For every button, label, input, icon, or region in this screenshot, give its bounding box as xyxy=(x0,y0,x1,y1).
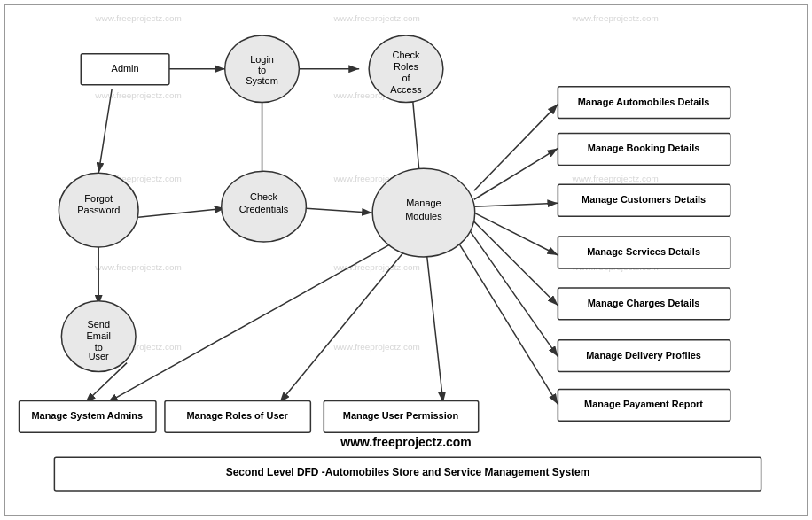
manage-modules-label-2: Modules xyxy=(405,211,442,221)
check-roles-label-3: of xyxy=(402,73,410,83)
arrow-checkcred-manage xyxy=(306,208,372,213)
watermark-1: www.freeprojectz.com xyxy=(94,13,181,23)
forgot-label-1: Forgot xyxy=(84,193,113,204)
arrow-mm-automobiles xyxy=(474,105,558,191)
arrow-mm-customers xyxy=(474,203,558,206)
watermark-4: www.freeprojectz.com xyxy=(94,90,181,100)
watermark-2: www.freeprojectz.com xyxy=(332,13,419,23)
arrow-mm-payment xyxy=(457,239,558,404)
check-roles-label-1: Check xyxy=(392,50,420,60)
manage-sys-admins-label: Manage System Admins xyxy=(31,410,143,421)
manage-payment-label: Manage Payament Report xyxy=(584,399,703,409)
watermark-9: www.freeprojectz.com xyxy=(571,174,658,183)
check-roles-label-4: Access xyxy=(390,84,422,95)
manage-user-perm-label: Manage User Permission xyxy=(343,410,459,421)
manage-charges-label: Manage Charges Details xyxy=(588,298,700,308)
check-roles-label-2: Roles xyxy=(394,61,419,72)
login-label-1: Login xyxy=(250,54,274,65)
send-email-label-2: Email xyxy=(87,330,111,341)
manage-roles-label: Manage Roles of User xyxy=(186,410,288,421)
manage-modules-label-1: Manage xyxy=(406,198,441,208)
send-email-label-4: User xyxy=(89,351,109,361)
login-label-3: System xyxy=(246,75,278,86)
manage-booking-label: Manage Booking Details xyxy=(588,143,700,153)
arrow-mm-userperm xyxy=(426,242,443,402)
manage-customers-label: Manage Customers Details xyxy=(582,194,706,205)
arrow-mm-booking xyxy=(474,148,558,199)
website-url: www.freeprojectz.com xyxy=(340,435,471,449)
manage-services-label: Manage Services Details xyxy=(587,246,700,257)
watermark-14: www.freeprojectz.com xyxy=(332,342,419,352)
check-cred-label-1: Check xyxy=(250,191,278,202)
admin-label: Admin xyxy=(112,63,139,74)
arrow-mm-delivery xyxy=(470,230,558,357)
watermark-10: www.freeprojectz.com xyxy=(94,262,181,272)
manage-automobiles-label: Manage Automobiles Details xyxy=(578,97,710,107)
watermark-3: www.freeprojectz.com xyxy=(571,13,658,23)
manage-delivery-label: Manage Delivery Profiles xyxy=(586,350,701,361)
send-email-label-1: Send xyxy=(87,319,110,330)
login-label-2: to xyxy=(258,65,266,75)
arrow-forgot-checkcred xyxy=(138,208,225,217)
diagram-container: www.freeprojectz.com www.freeprojectz.co… xyxy=(4,4,808,516)
check-cred-label-2: Credentials xyxy=(239,204,289,214)
watermark-11: www.freeprojectz.com xyxy=(332,262,419,272)
forgot-label-2: Password xyxy=(77,205,120,215)
footer-label: Second Level DFD -Automobiles Store and … xyxy=(226,466,590,478)
arrow-admin-forgot xyxy=(98,89,112,174)
